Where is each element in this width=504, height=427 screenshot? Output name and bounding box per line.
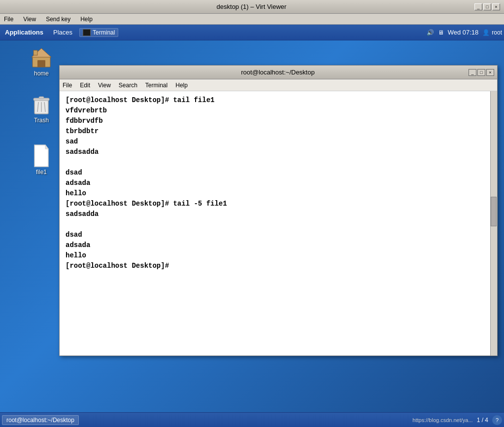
terminal-menu-file[interactable]: File — [63, 82, 72, 89]
trash-icon-image — [30, 92, 53, 116]
terminal-line-15: adsada — [66, 240, 491, 250]
minimize-button[interactable]: _ — [474, 3, 482, 10]
terminal-line-6: sadsadda — [66, 147, 491, 157]
panel-left: Applications Places Terminal — [2, 28, 427, 37]
file-icon-svg — [32, 144, 51, 168]
terminal-panel-button[interactable]: Terminal — [79, 28, 118, 37]
username-label: root — [492, 29, 502, 36]
terminal-menu-edit[interactable]: Edit — [80, 82, 90, 89]
svg-rect-2 — [37, 60, 45, 67]
terminal-line-8: dsad — [66, 168, 491, 178]
user-icon: 👤 — [482, 29, 490, 36]
menu-sendkey[interactable]: Send key — [44, 15, 72, 24]
virt-viewer-titlebar: desktop (1) – Virt Viewer _ □ × — [0, 0, 504, 14]
menu-help[interactable]: Help — [78, 15, 95, 24]
close-button[interactable]: × — [492, 3, 500, 10]
svg-marker-11 — [45, 145, 48, 149]
terminal-restore-btn[interactable]: □ — [477, 69, 485, 76]
terminal-menu-view[interactable]: View — [98, 82, 111, 89]
terminal-line-7 — [66, 157, 491, 168]
terminal-content-area[interactable]: [root@localhost Desktop]# tail file1 vfd… — [60, 91, 497, 356]
terminal-line-11: [root@localhost Desktop]# tail -5 file1 — [66, 199, 491, 209]
file1-icon-label: file1 — [36, 169, 47, 176]
home-desktop-icon[interactable]: home — [22, 45, 61, 77]
terminal-line-17: [root@localhost Desktop]# — [66, 261, 491, 271]
trash-icon-label: Trash — [34, 117, 49, 124]
places-button[interactable]: Places — [50, 28, 75, 37]
panel-right: 🔊 🖥 Wed 07:18 👤 root — [427, 29, 502, 36]
page-indicator: 1 / 4 — [477, 417, 488, 424]
taskbar-help-icon[interactable]: ? — [492, 415, 502, 425]
desktop: home Trash — [0, 40, 504, 412]
terminal-line-9: adsada — [66, 178, 491, 188]
terminal-line-13 — [66, 219, 491, 230]
terminal-scrollbar[interactable] — [490, 91, 497, 356]
terminal-window: root@localhost:~/Desktop _ □ × File Edit… — [59, 65, 498, 356]
home-icon-svg — [30, 45, 53, 69]
terminal-titlebar: root@localhost:~/Desktop _ □ × — [60, 66, 497, 79]
terminal-line-16: hello — [66, 250, 491, 261]
terminal-menu-terminal[interactable]: Terminal — [145, 82, 168, 89]
scrollbar-thumb[interactable] — [491, 197, 497, 226]
terminal-menu-search[interactable]: Search — [119, 82, 137, 89]
terminal-line-12: sadsadda — [66, 209, 491, 219]
taskbar-terminal-item[interactable]: root@localhost:~/Desktop — [2, 415, 79, 425]
trash-icon-svg — [32, 92, 51, 116]
trash-desktop-icon[interactable]: Trash — [22, 92, 61, 124]
svg-rect-3 — [34, 50, 37, 55]
terminal-line-1: [root@localhost Desktop]# tail file1 — [66, 95, 491, 106]
virt-viewer-menubar: File View Send key Help — [0, 14, 504, 25]
virt-viewer-title: desktop (1) – Virt Viewer — [29, 3, 474, 10]
terminal-line-14: dsad — [66, 230, 491, 240]
panel-user: 👤 root — [482, 29, 502, 36]
applications-button[interactable]: Applications — [2, 28, 46, 37]
panel-clock: Wed 07:18 — [448, 29, 479, 36]
terminal-close-btn[interactable]: × — [486, 69, 494, 76]
taskbar: root@localhost:~/Desktop https://blog.cs… — [0, 412, 504, 427]
taskbar-url: https://blog.csdn.net/ya... — [412, 417, 472, 423]
home-icon-image — [30, 45, 53, 69]
menu-view[interactable]: View — [21, 15, 38, 24]
terminal-label: Terminal — [93, 29, 115, 36]
file1-icon-image — [30, 144, 53, 168]
terminal-small-icon — [83, 29, 91, 36]
terminal-minimize-btn[interactable]: _ — [469, 69, 476, 76]
restore-button[interactable]: □ — [483, 3, 491, 10]
virt-viewer-window: desktop (1) – Virt Viewer _ □ × File Vie… — [0, 0, 504, 427]
terminal-menu-help[interactable]: Help — [175, 82, 188, 89]
terminal-line-10: hello — [66, 188, 491, 199]
terminal-line-3: fdbbrvdfb — [66, 116, 491, 126]
home-icon-label: home — [34, 70, 49, 77]
menu-file[interactable]: File — [2, 15, 15, 24]
terminal-menubar: File Edit View Search Terminal Help — [60, 79, 497, 91]
terminal-line-4: tbrbdbtr — [66, 126, 491, 137]
terminal-title: root@localhost:~/Desktop — [87, 69, 469, 76]
display-icon: 🖥 — [438, 29, 444, 36]
virt-viewer-controls: _ □ × — [474, 3, 500, 10]
file1-desktop-icon[interactable]: file1 — [22, 144, 61, 176]
svg-rect-6 — [39, 97, 44, 99]
terminal-win-controls: _ □ × — [469, 69, 494, 76]
terminal-line-2: vfdvrebrtb — [66, 106, 491, 116]
gnome-panel: Applications Places Terminal 🔊 🖥 Wed 07:… — [0, 25, 504, 40]
terminal-line-5: sad — [66, 137, 491, 147]
taskbar-right: https://blog.csdn.net/ya... 1 / 4 ? — [412, 415, 502, 425]
volume-icon[interactable]: 🔊 — [427, 29, 434, 36]
